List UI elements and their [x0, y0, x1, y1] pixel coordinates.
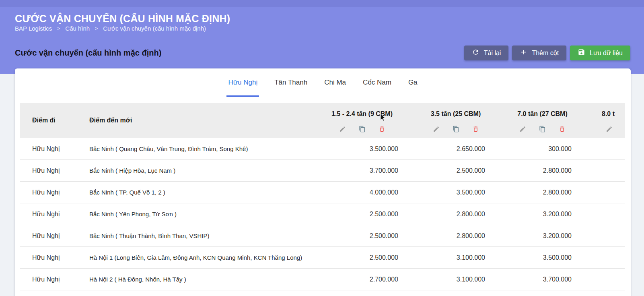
rate-cell[interactable]: 4.000.000	[298, 189, 398, 196]
rate-cell[interactable]: 3.500.000	[398, 189, 485, 196]
rate-cell[interactable]: 2.800.000	[398, 232, 485, 240]
chevron-right-icon: >	[95, 26, 98, 31]
origin-cell: Hữu Nghị	[20, 232, 89, 240]
content-card: Hữu NghịTân ThanhChi MaCốc NamGa Điểm đi…	[15, 68, 631, 296]
edit-icon[interactable]	[519, 126, 526, 132]
copy-icon[interactable]	[539, 126, 546, 132]
tab[interactable]: Ga	[400, 68, 426, 97]
destination-cell: Bắc Ninh ( Thuận Thành, Bình Than, VSHIP…	[89, 232, 298, 239]
save-button-label: Lưu dữ liệu	[590, 50, 623, 57]
destination-cell: Bắc Ninh ( TP, Quế Võ 1, 2 )	[89, 189, 298, 196]
table-body: Hữu Nghị Bắc Ninh ( Quang Châu, Vân Trun…	[20, 138, 625, 290]
table-row: Hữu Nghị Bắc Ninh ( Yên Phong, Từ Sơn ) …	[20, 203, 625, 225]
table-row: Hữu Nghị Bắc Ninh ( Thuận Thành, Bình Th…	[20, 225, 625, 247]
breadcrumb-config[interactable]: Cấu hình	[65, 25, 90, 32]
copy-icon[interactable]	[359, 126, 366, 132]
rate-cell[interactable]: 3.700.000	[298, 167, 398, 174]
tab-label: Chi Ma	[324, 79, 346, 87]
reload-button[interactable]: Tải lại	[464, 46, 509, 60]
tab[interactable]: Cốc Nam	[354, 68, 400, 97]
rate-cell[interactable]: 2.800.000	[485, 167, 572, 174]
page-header: CƯỚC VẬN CHUYỂN (CẤU HÌNH MẶC ĐỊNH) BAP …	[0, 0, 644, 74]
rate-column-label: 3.5 tấn (25 CBM)	[431, 110, 481, 118]
reload-button-label: Tải lại	[484, 50, 501, 57]
breadcrumb-current: Cước vận chuyển (cấu hình mặc định)	[103, 25, 206, 32]
destination-column-header: Điểm đến mới	[89, 117, 298, 124]
tab[interactable]: Chi Ma	[316, 68, 354, 97]
rate-cell[interactable]: 3.700.000	[485, 276, 572, 283]
rate-cell[interactable]: 2.500.000	[398, 167, 485, 174]
save-button[interactable]: Lưu dữ liệu	[570, 46, 630, 60]
header-top-strip	[0, 0, 644, 7]
delete-icon[interactable]	[379, 126, 385, 132]
origin-column-header: Điểm đi	[20, 117, 89, 124]
edit-icon[interactable]	[606, 126, 613, 132]
section-subtitle: Cước vận chuyển (cấu hình mặc định)	[15, 48, 161, 58]
rate-cell[interactable]: 2.500.000	[298, 232, 398, 240]
origin-cell: Hữu Nghị	[20, 145, 89, 153]
rate-cell[interactable]: 2.800.000	[485, 189, 572, 196]
rate-column-label: 1.5 - 2.4 tấn (9 CBM)	[331, 110, 393, 118]
rate-cell[interactable]: 3.500.000	[298, 145, 398, 153]
chevron-right-icon: >	[57, 26, 60, 31]
rate-column-header: 3.5 tấn (25 CBM)	[398, 103, 485, 138]
delete-icon[interactable]	[472, 126, 479, 132]
rate-cell[interactable]: 2.800.000	[398, 211, 485, 218]
table-row: Hữu Nghị Hà Nội 1 (Long Biên, Gia Lâm, Đ…	[20, 247, 625, 269]
toolbar-buttons: Tải lại Thêm cột Lưu dữ liệu	[464, 46, 630, 60]
tab-label: Hữu Nghị	[228, 79, 257, 87]
breadcrumb: BAP Logistics > Cấu hình > Cước vận chuy…	[15, 25, 206, 32]
rate-cell[interactable]: 300.000	[485, 145, 572, 153]
add-column-button[interactable]: Thêm cột	[512, 46, 566, 60]
toolbar: Cước vận chuyển (cấu hình mặc định) Tải …	[15, 46, 630, 60]
tab-label: Ga	[408, 79, 418, 87]
origin-cell: Hữu Nghị	[20, 211, 89, 218]
rate-cell[interactable]: 2.500.000	[298, 254, 398, 261]
breadcrumb-home[interactable]: BAP Logistics	[15, 25, 52, 32]
tab-label: Tân Thanh	[274, 79, 307, 87]
rate-cell[interactable]: 3.100.000	[398, 254, 485, 261]
refresh-icon	[472, 48, 479, 58]
page-title: CƯỚC VẬN CHUYỂN (CẤU HÌNH MẶC ĐỊNH)	[15, 13, 230, 25]
rate-cell[interactable]: 3.200.000	[485, 232, 572, 240]
edit-icon[interactable]	[433, 126, 440, 132]
edit-icon[interactable]	[339, 126, 346, 132]
rate-cell[interactable]: 3.200.000	[485, 211, 572, 218]
table-row: Hữu Nghị Bắc Ninh ( TP, Quế Võ 1, 2 ) 4.…	[20, 182, 625, 203]
rate-column-header: 7.0 tấn (27 CBM)	[485, 103, 572, 138]
tab-bar: Hữu NghịTân ThanhChi MaCốc NamGa	[15, 68, 631, 97]
destination-cell: Bắc Ninh ( Quang Châu, Vân Trung, Đình T…	[89, 145, 298, 152]
save-icon	[578, 48, 585, 58]
tab-label: Cốc Nam	[363, 79, 391, 87]
origin-cell: Hữu Nghị	[20, 189, 89, 196]
rate-column-actions	[519, 126, 566, 132]
rate-cell[interactable]: 2.500.000	[298, 211, 398, 218]
rate-column-label: 8.0 t	[572, 110, 615, 118]
rate-column-header: 8.0 t	[572, 103, 625, 138]
rates-table: Điểm đi Điểm đến mới 1.5 - 2.4 tấn (9 CB…	[20, 103, 625, 290]
rate-cell[interactable]: 2.650.000	[398, 145, 485, 153]
rate-column-actions	[433, 126, 479, 132]
rate-cell[interactable]: 3.500.000	[485, 254, 572, 261]
tab[interactable]: Hữu Nghị	[220, 68, 266, 97]
destination-cell: Hà Nội 2 ( Hà Đông, Nhổn, Hà Tây )	[89, 276, 298, 283]
copy-icon[interactable]	[453, 126, 459, 132]
destination-cell: Bắc Ninh ( Yên Phong, Từ Sơn )	[89, 211, 298, 217]
destination-cell: Hà Nội 1 (Long Biên, Gia Lâm, Đông Anh, …	[89, 254, 298, 261]
table-row: Hữu Nghị Hà Nội 2 ( Hà Đông, Nhổn, Hà Tâ…	[20, 269, 625, 290]
rate-cell[interactable]: 2.700.000	[298, 276, 398, 283]
tab[interactable]: Tân Thanh	[266, 68, 316, 97]
rate-column-actions	[339, 126, 385, 132]
origin-cell: Hữu Nghị	[20, 167, 89, 174]
table-header-row: Điểm đi Điểm đến mới 1.5 - 2.4 tấn (9 CB…	[20, 103, 625, 138]
plus-icon	[520, 48, 527, 58]
origin-cell: Hữu Nghị	[20, 254, 89, 261]
rate-column-header: 1.5 - 2.4 tấn (9 CBM)	[298, 103, 398, 138]
add-column-button-label: Thêm cột	[532, 50, 559, 57]
rate-column-actions	[572, 126, 625, 132]
delete-icon[interactable]	[559, 126, 566, 132]
table-row: Hữu Nghị Bắc Ninh ( Hiệp Hòa, Lục Nam ) …	[20, 160, 625, 182]
origin-cell: Hữu Nghị	[20, 276, 89, 283]
destination-cell: Bắc Ninh ( Hiệp Hòa, Lục Nam )	[89, 167, 298, 174]
rate-cell[interactable]: 3.100.000	[398, 276, 485, 283]
